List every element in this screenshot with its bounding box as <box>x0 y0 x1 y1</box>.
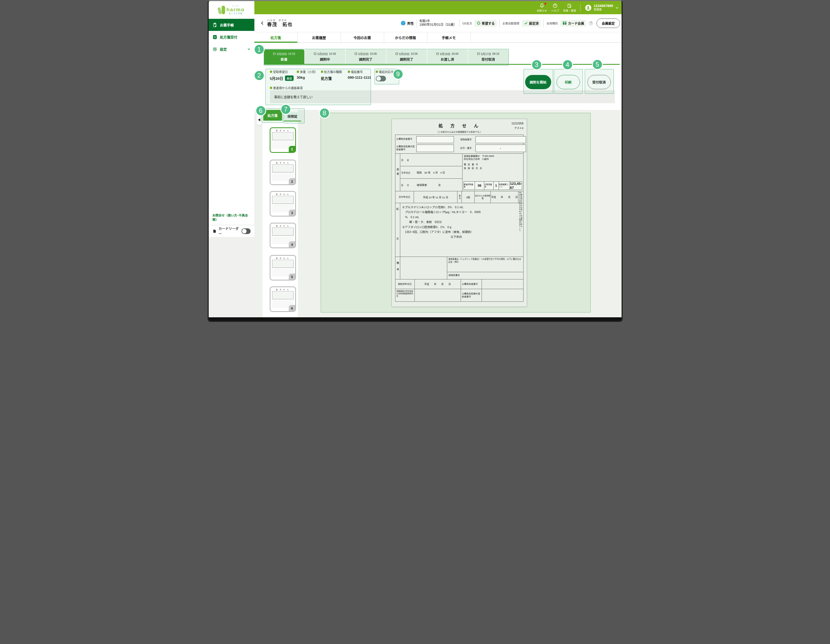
rx-birth-label: 生年月日 <box>400 171 417 174</box>
rx-subtitle: （この処方せんはどの保険薬局でも有効です。） <box>395 130 524 133</box>
thumbnail-number: 6 <box>289 305 295 311</box>
ge-badge: 希望する <box>475 20 497 27</box>
annotation-circle-7: 7 <box>280 104 291 115</box>
document-workspace: 処方箋 保険証 処 方 せ ん 1 処 方 せ ん 2 処 方 せ ん 3 処 … <box>254 110 622 319</box>
rx-line: 朝・昼・夕、食前 5日分 <box>402 219 521 224</box>
collapse-panel-button[interactable] <box>257 115 262 125</box>
rx-issue-label: 交付年月日 <box>395 191 414 203</box>
card-reader-toggle[interactable] <box>241 228 250 234</box>
rx-tel-label: 電 話 番 号 <box>464 163 522 166</box>
rx-pref-value: 08 <box>475 182 485 190</box>
member-type-badge: カード会員 <box>560 20 586 27</box>
annotation-box-2 <box>265 69 371 105</box>
back-button[interactable] <box>260 21 265 25</box>
sidebar-item-medicine-notebook[interactable]: お薬手帳 <box>209 19 254 31</box>
thumbnail-2[interactable]: 処 方 せ ん 2 <box>270 160 296 185</box>
rx-kigo-label: 記号・番号 <box>460 147 472 150</box>
rx-form: 公費負担者番号 公費負担医療の受給者番号 保険者番号 記号・番号 ・ 患者 <box>395 135 524 302</box>
thumbnail-4[interactable]: 処 方 せ ん 4 <box>270 223 296 248</box>
patient-birth: 1990年01月01日（31歳） <box>420 23 457 27</box>
sidebar-contact-link[interactable]: お問合せ（使い方･不具合等） <box>209 210 254 225</box>
rx-sign-label: 保険医署名 <box>447 272 523 279</box>
thumbnail-6[interactable]: 処 方 せ ん 6 <box>270 286 296 312</box>
thumbnail-1[interactable]: 処 方 せ ん 1 <box>270 127 296 153</box>
sidebar-item-label: 設定 <box>220 46 227 52</box>
annotation-box-3 <box>524 69 553 94</box>
rx-ratio-value: 3割 <box>462 191 475 203</box>
prescription-icon <box>212 35 217 40</box>
rx-name-label: 氏 名 <box>400 158 417 162</box>
patient-furigana: ハルモ タクヤ <box>267 19 293 22</box>
notification-dot <box>545 3 546 5</box>
member-type-label: 会員種別 <box>546 21 558 25</box>
tab-current-medicine[interactable]: 今回のお薬 <box>341 32 384 43</box>
circle-icon <box>477 21 480 25</box>
patient-name: 春茂 拓也 <box>267 22 293 27</box>
thumbnail-number: 3 <box>289 209 295 216</box>
feedback-button[interactable]: 改善・要望 <box>563 3 576 13</box>
rx-orgcode-value: 123,45-67 <box>510 182 522 190</box>
collapse-arrow-icon <box>258 118 260 121</box>
rx-line: プロカテロール塩酸塩シロップ5μg／mLタイヨー 0．0005 <box>402 209 521 214</box>
tab-body-info[interactable]: からだの情報 <box>384 32 428 43</box>
card-reader-label: カードリーダー <box>219 226 239 236</box>
rx-org-label2: 所在地及び名称 <box>464 158 480 160</box>
logo-subtitle: おくすり手帳 <box>228 13 242 15</box>
annotation-circle-1: 1 <box>254 44 265 55</box>
help-icon <box>553 3 558 8</box>
rx-dispensed-value: 平成 年 月 日 <box>415 279 461 289</box>
topbar: お知らせ ヘルプ 改善・要望 <box>254 1 622 14</box>
harmo-logo-mark <box>218 6 225 14</box>
tab-prescription[interactable]: 処方箋 <box>254 32 298 43</box>
sidebar-item-label: お薬手帳 <box>220 22 234 27</box>
sidebar-item-label: 処方箋受付 <box>220 34 238 40</box>
rx-kohi-box <box>417 136 454 143</box>
rx-issue-value: 平成 23 年 11 月 21 日 <box>414 191 458 203</box>
thumbnail-number: 2 <box>289 178 295 185</box>
patient-gender: 男性 <box>407 21 414 26</box>
rx-tensu-label: 点数表番号 <box>484 182 493 190</box>
rx-kohi2-label: 公費負担者番号 <box>461 279 482 289</box>
rx-period-note: 特に記載のある場合を除き交付の日を含めて4日以内に保険薬局に提出すること。 <box>518 191 523 203</box>
rx-kubun-value: 被保険者 <box>417 183 427 187</box>
rx-generic-note: 後発医薬品（ジェネリック医薬品）への変更が全て不可の場合、以下に署名又は記名・押… <box>447 257 523 272</box>
sidebar-item-prescription-reception[interactable]: 処方箋受付 <box>209 31 254 43</box>
window-bottom-bar <box>209 317 622 321</box>
sidebar-card-reader-row: カードリーダー <box>209 225 254 237</box>
rx-hoken-box <box>475 136 526 143</box>
chevron-down-icon <box>615 6 619 10</box>
rx-kohi-jukyu2-label: 公費負担医療の受給者番号 <box>461 289 482 301</box>
rx-ho-label: 方 <box>396 237 399 241</box>
harmo-logo: ハルモ harmo おくすり手帳 <box>209 1 254 19</box>
annotation-circle-5: 5 <box>592 59 603 70</box>
annotation-circle-8: 8 <box>319 108 330 119</box>
rx-ratio-vertical-label: 割合 <box>458 191 462 203</box>
main-tabs: 処方箋 お薬履歴 今回のお薬 からだの情報 手帳メモ <box>254 32 622 43</box>
annotation-box-5 <box>585 69 614 94</box>
member-settings-button[interactable]: 会員設定 <box>597 19 620 28</box>
annotation-circle-2: 2 <box>254 70 265 81</box>
rx-birth-value: 昭和 50 年 4 月 4 日 <box>417 171 445 174</box>
user-role: 管理者 <box>594 8 613 11</box>
annotation-box-1 <box>264 49 509 65</box>
medicine-notebook-icon <box>212 22 217 27</box>
thumbnail-3[interactable]: 処 方 せ ん 3 <box>270 191 296 217</box>
user-menu[interactable]: 1234567890 管理者 <box>585 4 619 11</box>
notifications-button[interactable]: お知らせ <box>537 3 547 13</box>
rx-test-label: テスト8 <box>515 126 524 130</box>
annotation-circle-6: 6 <box>255 105 266 116</box>
auto-register-value: 設定済 <box>529 21 539 25</box>
rx-line: 1日3~4回、口腔内（アフタ）に塗布（食後、就寝前） <box>402 230 521 234</box>
help-button[interactable]: ヘルプ <box>551 3 559 13</box>
rx-biko-vertical-label: 備考 <box>395 257 400 279</box>
sidebar-item-settings[interactable]: 設定 <box>209 43 254 55</box>
rx-period-label: 処方せんの使用期間 <box>475 191 491 203</box>
rx-dispensed-label: 調剤済年月日 <box>395 279 415 289</box>
thumbnail-5[interactable]: 処 方 せ ん 5 <box>270 255 296 281</box>
tab-notebook-memo[interactable]: 手帳メモ <box>428 32 470 43</box>
tab-medicine-history[interactable]: お薬履歴 <box>298 32 341 43</box>
male-icon <box>401 21 406 26</box>
question-icon[interactable]: ? <box>589 21 593 25</box>
ge-label: GE処方 <box>462 21 472 25</box>
rx-pharmacy-label: 保険薬局の所在地及び名称保険薬剤師氏名 <box>395 289 415 301</box>
